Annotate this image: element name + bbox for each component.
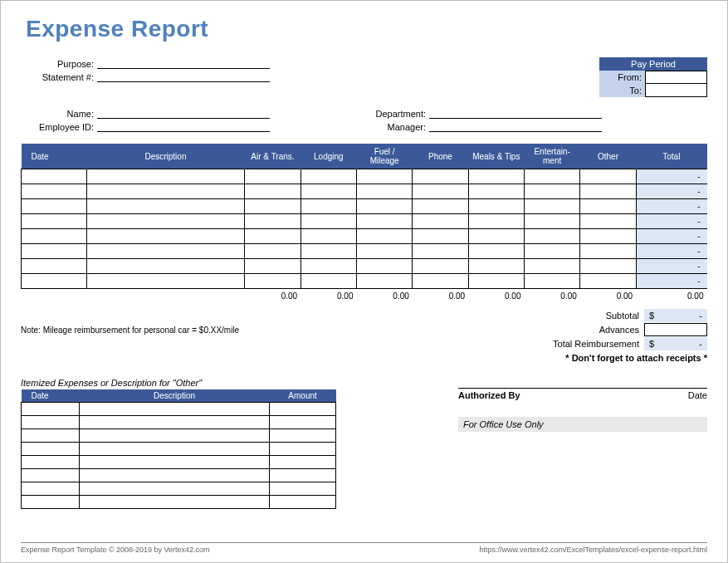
table-cell[interactable] xyxy=(468,259,524,274)
table-cell[interactable] xyxy=(356,274,412,289)
manager-input-line[interactable] xyxy=(429,120,602,132)
table-cell[interactable] xyxy=(413,199,468,214)
table-cell[interactable] xyxy=(580,274,636,289)
table-cell[interactable] xyxy=(245,214,300,229)
employee-id-input-line[interactable] xyxy=(97,120,270,132)
table-cell[interactable] xyxy=(270,495,336,508)
statement-input-line[interactable] xyxy=(97,71,270,82)
table-cell[interactable] xyxy=(580,184,636,199)
table-cell[interactable] xyxy=(524,184,579,199)
table-cell[interactable] xyxy=(270,468,336,482)
table-cell[interactable] xyxy=(22,259,87,274)
table-cell[interactable] xyxy=(524,214,579,229)
table-cell[interactable] xyxy=(79,415,269,428)
table-cell[interactable] xyxy=(413,214,468,229)
table-cell[interactable] xyxy=(524,199,579,214)
table-cell[interactable] xyxy=(468,199,524,214)
table-cell[interactable] xyxy=(245,229,300,244)
purpose-input-line[interactable] xyxy=(97,57,270,69)
table-cell[interactable] xyxy=(22,169,87,184)
pay-period-to-input[interactable] xyxy=(645,84,707,97)
table-cell[interactable] xyxy=(356,214,412,229)
table-cell[interactable] xyxy=(524,169,579,184)
table-cell[interactable] xyxy=(300,184,356,199)
table-cell[interactable] xyxy=(300,214,356,229)
table-cell[interactable] xyxy=(413,229,468,244)
table-cell[interactable] xyxy=(86,229,245,244)
table-cell[interactable] xyxy=(79,428,269,442)
table-cell[interactable] xyxy=(413,274,468,289)
table-cell[interactable] xyxy=(270,428,336,442)
table-cell[interactable] xyxy=(270,402,336,415)
table-cell[interactable] xyxy=(300,169,356,184)
table-cell[interactable] xyxy=(22,415,80,428)
table-cell[interactable] xyxy=(86,214,245,229)
table-cell[interactable] xyxy=(22,482,80,495)
table-cell[interactable] xyxy=(22,229,87,244)
table-cell[interactable] xyxy=(86,199,245,214)
table-cell[interactable] xyxy=(413,169,468,184)
table-cell[interactable] xyxy=(300,244,356,259)
table-cell[interactable] xyxy=(300,199,356,214)
table-cell[interactable] xyxy=(79,468,269,482)
table-cell[interactable] xyxy=(22,428,80,442)
table-cell[interactable] xyxy=(524,229,579,244)
table-cell[interactable] xyxy=(468,229,524,244)
table-cell[interactable] xyxy=(468,274,524,289)
table-cell[interactable] xyxy=(468,184,524,199)
table-cell[interactable] xyxy=(22,468,80,482)
table-cell[interactable] xyxy=(22,199,87,214)
department-input-line[interactable] xyxy=(429,107,602,119)
table-cell[interactable] xyxy=(356,184,412,199)
table-cell[interactable] xyxy=(270,415,336,428)
table-cell[interactable] xyxy=(524,259,579,274)
table-cell[interactable] xyxy=(22,214,87,229)
table-cell[interactable] xyxy=(300,229,356,244)
table-cell[interactable] xyxy=(22,495,80,508)
table-cell[interactable] xyxy=(356,244,412,259)
table-cell[interactable] xyxy=(22,184,87,199)
table-cell[interactable] xyxy=(270,455,336,468)
table-cell[interactable] xyxy=(86,259,245,274)
table-cell[interactable] xyxy=(245,274,300,289)
name-input-line[interactable] xyxy=(97,107,270,119)
table-cell[interactable] xyxy=(580,244,636,259)
table-cell[interactable] xyxy=(86,244,245,259)
table-cell[interactable] xyxy=(245,169,300,184)
table-cell[interactable] xyxy=(580,214,636,229)
table-cell[interactable] xyxy=(245,244,300,259)
table-cell[interactable] xyxy=(580,259,636,274)
table-cell[interactable] xyxy=(270,442,336,455)
table-cell[interactable] xyxy=(79,402,269,415)
advances-input[interactable] xyxy=(644,323,707,336)
table-cell[interactable] xyxy=(580,169,636,184)
table-cell[interactable] xyxy=(22,244,87,259)
table-cell[interactable] xyxy=(468,214,524,229)
table-cell[interactable] xyxy=(79,455,269,468)
table-cell[interactable] xyxy=(22,442,80,455)
table-cell[interactable] xyxy=(86,184,245,199)
table-cell[interactable] xyxy=(356,199,412,214)
table-cell[interactable] xyxy=(413,244,468,259)
table-cell[interactable] xyxy=(468,244,524,259)
table-cell[interactable] xyxy=(300,259,356,274)
table-cell[interactable] xyxy=(270,482,336,495)
table-cell[interactable] xyxy=(524,274,579,289)
table-cell[interactable] xyxy=(86,274,245,289)
table-cell[interactable] xyxy=(300,274,356,289)
table-cell[interactable] xyxy=(79,482,269,495)
table-cell[interactable] xyxy=(245,184,300,199)
table-cell[interactable] xyxy=(245,259,300,274)
table-cell[interactable] xyxy=(356,259,412,274)
table-cell[interactable] xyxy=(580,229,636,244)
table-cell[interactable] xyxy=(79,495,269,508)
pay-period-from-input[interactable] xyxy=(645,71,707,84)
table-cell[interactable] xyxy=(22,274,87,289)
table-cell[interactable] xyxy=(22,402,80,415)
table-cell[interactable] xyxy=(79,442,269,455)
table-cell[interactable] xyxy=(356,169,412,184)
table-cell[interactable] xyxy=(22,455,80,468)
table-cell[interactable] xyxy=(580,199,636,214)
table-cell[interactable] xyxy=(413,184,468,199)
table-cell[interactable] xyxy=(356,229,412,244)
